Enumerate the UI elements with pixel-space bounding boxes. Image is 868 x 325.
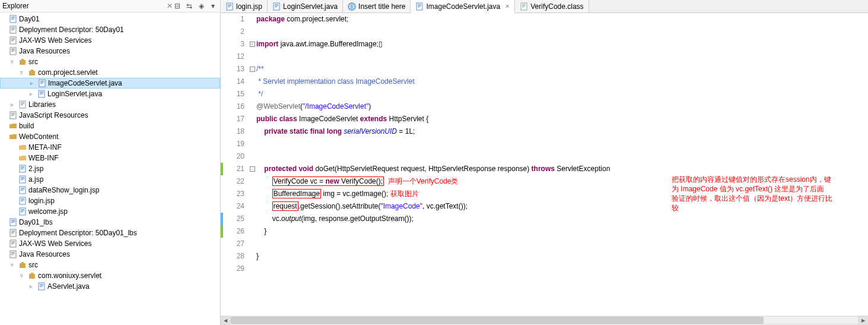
tree-item[interactable]: login.jsp bbox=[0, 195, 220, 206]
expand-arrow[interactable]: ▹ bbox=[30, 91, 37, 97]
expand-arrow[interactable]: ▹ bbox=[11, 102, 18, 108]
svg-rect-70 bbox=[11, 253, 15, 254]
tree-item[interactable]: JavaScript Resources bbox=[0, 110, 220, 121]
tree-item-label: com.project.servlet bbox=[38, 68, 98, 77]
code-line[interactable] bbox=[256, 138, 868, 150]
folder-icon bbox=[8, 121, 18, 131]
code-line[interactable] bbox=[256, 26, 868, 38]
horizontal-scrollbar[interactable]: ◀ ▶ bbox=[221, 315, 868, 325]
tree-item[interactable]: Java Resources bbox=[0, 46, 220, 56]
tree-item[interactable]: ▹AServlet.java bbox=[0, 281, 220, 292]
code-line[interactable]: * Servlet implementation class ImageCode… bbox=[256, 75, 868, 88]
tree-item[interactable]: ▿com.project.servlet bbox=[0, 67, 220, 78]
editor-body[interactable]: 123121314151617181920212223242526272829 … bbox=[221, 13, 868, 325]
tree-item-label: Java Resources bbox=[19, 250, 70, 258]
tree-item[interactable]: JAX-WS Web Services bbox=[0, 35, 220, 46]
code-line[interactable] bbox=[256, 51, 868, 63]
code-line[interactable]: public class ImageCodeServlet extends Ht… bbox=[256, 113, 868, 125]
link-icon[interactable]: ⇆ bbox=[185, 1, 194, 11]
expand-arrow[interactable]: ▹ bbox=[30, 283, 37, 289]
code-line[interactable]: private static final long serialVersionU… bbox=[256, 125, 868, 138]
svg-rect-67 bbox=[11, 244, 14, 244]
svg-rect-39 bbox=[21, 169, 23, 169]
code-line[interactable]: protected void doGet(HttpServletRequest … bbox=[256, 163, 868, 175]
svg-rect-65 bbox=[11, 241, 15, 242]
code-line[interactable]: } bbox=[256, 250, 868, 263]
svg-rect-23 bbox=[40, 83, 43, 84]
tree-item[interactable]: ▹Libraries bbox=[0, 99, 220, 110]
tree-item[interactable]: Deployment Descriptor: 50Day01_lbs bbox=[0, 228, 220, 238]
expand-arrow[interactable]: ▿ bbox=[20, 70, 27, 75]
tree-item[interactable]: welcome.jsp bbox=[0, 206, 220, 217]
tree-item[interactable]: dataReShow_login.jsp bbox=[0, 185, 220, 195]
lib-icon bbox=[18, 100, 27, 109]
tree-item[interactable]: WebContent bbox=[0, 131, 220, 142]
code-line[interactable]: /** bbox=[256, 63, 868, 75]
tree-item-label: Java Resources bbox=[19, 47, 70, 55]
editor-tab[interactable]: LoginServlet.java bbox=[268, 0, 343, 12]
menu-icon[interactable]: ▾ bbox=[208, 1, 218, 11]
tree-item-label: LoginServlet.java bbox=[47, 90, 102, 98]
code-line[interactable]: */ bbox=[256, 88, 868, 100]
expand-arrow[interactable]: ▹ bbox=[30, 80, 37, 86]
pkg-src-icon bbox=[18, 57, 27, 67]
tree-item[interactable]: Day01 bbox=[0, 14, 220, 24]
code-line[interactable]: vc.output(img, response.getOutputStream(… bbox=[256, 213, 868, 225]
tree-item-label: 2.jsp bbox=[28, 165, 43, 173]
explorer-tree[interactable]: Day01Deployment Descriptor: 50Day01JAX-W… bbox=[0, 12, 220, 293]
editor-tab-bar: login.jspLoginServlet.javaInsert title h… bbox=[221, 0, 868, 13]
code-line[interactable]: } bbox=[256, 225, 868, 238]
fold-column[interactable]: +-- bbox=[248, 13, 256, 325]
side-annotation: 把获取的内容通过键值对的形式存在session内，键为 ImageCode 值为… bbox=[672, 175, 832, 213]
focus-icon[interactable]: ◈ bbox=[196, 1, 206, 11]
expand-arrow[interactable]: ▿ bbox=[11, 262, 18, 268]
tree-item[interactable]: Deployment Descriptor: 50Day01 bbox=[0, 24, 220, 35]
code-line[interactable] bbox=[256, 238, 868, 250]
editor-area: login.jspLoginServlet.javaInsert title h… bbox=[221, 0, 868, 325]
tree-item[interactable]: ▿src bbox=[0, 56, 220, 67]
code-line[interactable] bbox=[256, 150, 868, 163]
editor-tab[interactable]: VerifyCode.class bbox=[515, 0, 589, 12]
tree-item[interactable]: META-INF bbox=[0, 142, 220, 153]
collapse-icon[interactable]: ⊟ bbox=[173, 1, 182, 11]
tree-item[interactable]: WEB-INF bbox=[0, 153, 220, 163]
svg-rect-59 bbox=[11, 222, 14, 223]
tree-item[interactable]: JAX-WS Web Services bbox=[0, 238, 220, 249]
expand-arrow[interactable]: ▿ bbox=[11, 59, 18, 65]
tree-item[interactable]: ▿src bbox=[0, 260, 220, 270]
fold-toggle[interactable]: - bbox=[250, 166, 255, 172]
jsp-icon bbox=[18, 196, 27, 206]
editor-tab[interactable]: login.jsp bbox=[221, 0, 268, 12]
code-content[interactable]: 把获取的内容通过键值对的形式存在session内，键为 ImageCode 值为… bbox=[256, 13, 868, 325]
tree-item[interactable]: ▹ImageCodeServlet.java bbox=[0, 78, 220, 89]
scroll-thumb[interactable] bbox=[231, 317, 764, 324]
tree-item[interactable]: ▹LoginServlet.java bbox=[0, 89, 220, 99]
close-icon[interactable]: ✕ bbox=[167, 2, 173, 10]
fold-toggle[interactable]: - bbox=[250, 67, 255, 72]
svg-rect-90 bbox=[418, 4, 421, 5]
scroll-right-button[interactable]: ▶ bbox=[859, 315, 868, 325]
tree-item-label: src bbox=[28, 261, 38, 269]
tree-item[interactable]: build bbox=[0, 121, 220, 131]
explorer-header: Explorer ✕ ⊟ ⇆ ◈ ▾ bbox=[0, 0, 220, 12]
code-line[interactable]: package com.project.servlet; bbox=[256, 13, 868, 26]
tree-item[interactable]: ▿com.woniuxy.servlet bbox=[0, 270, 220, 281]
fold-toggle[interactable]: + bbox=[250, 42, 255, 47]
code-line[interactable]: import java.awt.image.BufferedImage;▯ bbox=[256, 38, 868, 51]
editor-tab[interactable]: ImageCodeServlet.java✕ bbox=[411, 0, 515, 13]
svg-rect-3 bbox=[11, 19, 14, 20]
editor-tab[interactable]: Insert title here bbox=[343, 0, 411, 12]
tree-item[interactable]: Java Resources bbox=[0, 249, 220, 260]
svg-rect-69 bbox=[11, 252, 15, 253]
tree-item[interactable]: Day01_lbs bbox=[0, 217, 220, 228]
js-icon bbox=[8, 111, 18, 120]
code-line[interactable] bbox=[256, 263, 868, 275]
code-line[interactable]: @WebServlet("/ImageCodeServlet") bbox=[256, 100, 868, 113]
tree-item[interactable]: a.jsp bbox=[0, 174, 220, 185]
scroll-track[interactable] bbox=[230, 316, 859, 324]
scroll-left-button[interactable]: ◀ bbox=[221, 315, 230, 325]
svg-rect-37 bbox=[21, 166, 24, 167]
close-icon[interactable]: ✕ bbox=[505, 3, 510, 10]
tree-item[interactable]: 2.jsp bbox=[0, 163, 220, 174]
expand-arrow[interactable]: ▿ bbox=[20, 273, 27, 279]
